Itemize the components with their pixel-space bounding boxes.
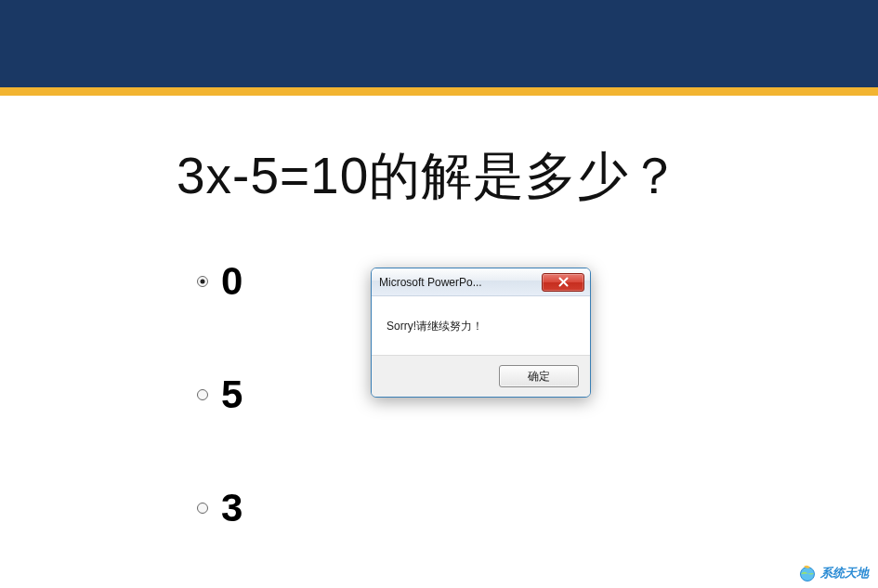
radio-icon[interactable]: [197, 276, 208, 287]
accent-stripe: [0, 87, 878, 96]
option-label: 5: [221, 372, 242, 417]
ok-button[interactable]: 确定: [499, 365, 579, 387]
dialog-message: Sorry!请继续努力！: [372, 296, 590, 356]
dialog-footer: 确定: [372, 356, 590, 397]
globe-icon: [798, 564, 817, 582]
question-text: 3x-5=10的解是多少？: [177, 142, 878, 211]
dialog-title: Microsoft PowerPo...: [379, 276, 482, 289]
option-label: 0: [221, 259, 242, 304]
message-dialog: Microsoft PowerPo... Sorry!请继续努力！ 确定: [371, 268, 591, 398]
option-label: 3: [221, 486, 242, 530]
ok-button-label: 确定: [528, 369, 550, 385]
watermark: 系统天地: [798, 564, 869, 582]
dialog-titlebar[interactable]: Microsoft PowerPo...: [372, 268, 590, 296]
radio-icon[interactable]: [197, 503, 208, 514]
header-band: [0, 0, 878, 87]
close-icon: [558, 277, 569, 287]
radio-icon[interactable]: [197, 389, 208, 400]
option-2[interactable]: 3: [197, 486, 878, 530]
close-button[interactable]: [542, 273, 584, 292]
watermark-text: 系统天地: [820, 565, 869, 581]
